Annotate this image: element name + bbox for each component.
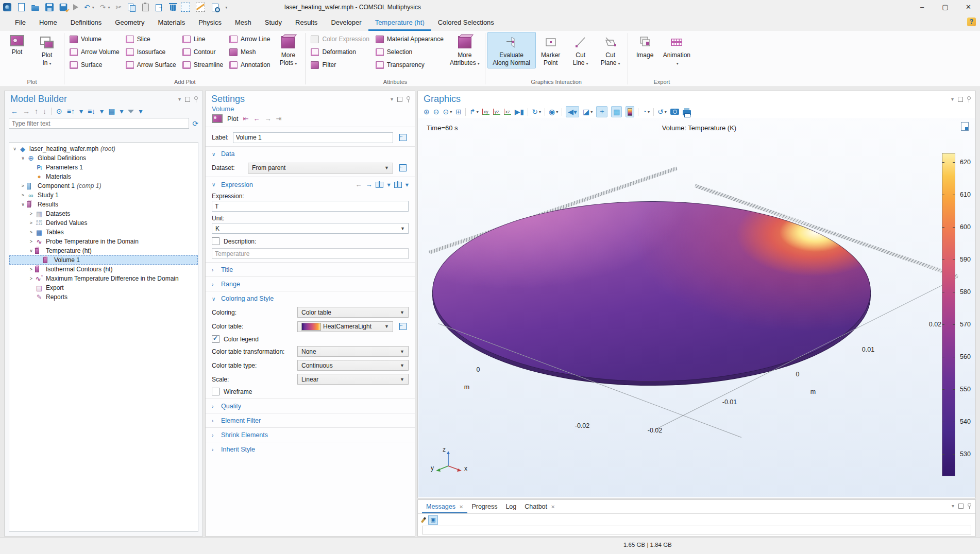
view-yz-icon[interactable]: yz xyxy=(493,109,500,115)
tree-item-results[interactable]: Results xyxy=(9,200,198,209)
transparency-toggle-icon[interactable]: ◪▾ xyxy=(583,108,593,116)
plot-in-button[interactable]: PlotIn▾ xyxy=(32,32,62,68)
surface-button[interactable]: Surface xyxy=(70,59,120,71)
save-as-icon[interactable] xyxy=(60,4,67,11)
zoom-box-icon[interactable]: ⊙▾ xyxy=(443,108,452,116)
expression-input[interactable] xyxy=(212,201,409,212)
show-message-window-icon[interactable] xyxy=(428,515,438,525)
description-checkbox[interactable] xyxy=(212,237,219,245)
label-input[interactable] xyxy=(233,132,393,143)
undo-icon[interactable]: ↶ xyxy=(84,3,90,11)
tab-messages[interactable]: Messages✕ xyxy=(422,500,467,513)
tree-item-global-definitions[interactable]: Global Definitions xyxy=(9,153,198,163)
snapshot-camera-icon[interactable] xyxy=(670,109,679,115)
tree-item-isothermal-contours[interactable]: Isothermal Contours (ht) xyxy=(9,265,198,274)
panel-menu-icon[interactable]: ▾ xyxy=(952,503,954,509)
show-icon[interactable]: ⊙ xyxy=(56,107,62,115)
filter-caret-icon[interactable]: ▾ xyxy=(139,107,142,115)
chevron-collapsed-icon[interactable] xyxy=(28,267,35,272)
minimize-button[interactable]: – xyxy=(910,0,934,14)
find-icon[interactable] xyxy=(212,4,218,11)
update-plot-icon[interactable]: ↺▾ xyxy=(657,108,667,116)
collapse-tree-icon[interactable]: ≡↓ xyxy=(88,107,95,115)
move-down-icon[interactable]: ↓ xyxy=(43,107,46,115)
forward-icon[interactable]: → xyxy=(23,107,30,115)
open-color-table-icon[interactable] xyxy=(397,321,409,332)
copy-icon[interactable] xyxy=(127,3,136,11)
cut-icon[interactable]: ✂ xyxy=(116,3,122,11)
arrow-line-button[interactable]: Arrow Line xyxy=(229,33,270,45)
maximize-button[interactable]: ▢ xyxy=(934,0,957,14)
tab-developer[interactable]: Developer xyxy=(324,14,368,31)
section-quality[interactable]: › Quality xyxy=(206,399,415,413)
mesh-button[interactable]: Mesh xyxy=(229,46,270,58)
annotation-button[interactable]: Annotation xyxy=(229,59,270,71)
clear-messages-icon[interactable] xyxy=(421,517,427,523)
tab-results[interactable]: Results xyxy=(289,14,324,31)
filter-funnel-icon[interactable] xyxy=(128,110,134,113)
tab-temperature-ht[interactable]: Temperature (ht) xyxy=(368,14,431,31)
tree-item-component[interactable]: Component 1(comp 1) xyxy=(9,181,198,191)
section-data[interactable]: ∨ Data xyxy=(206,147,415,161)
chevron-collapsed-icon[interactable] xyxy=(20,193,26,198)
next-expression-icon[interactable]: → xyxy=(365,181,372,188)
deformation-button[interactable]: Deformation xyxy=(311,46,369,58)
tab-colored-selections[interactable]: Colored Selections xyxy=(431,14,501,31)
arrow-surface-button[interactable]: Arrow Surface xyxy=(126,59,176,71)
tab-geometry[interactable]: Geometry xyxy=(108,14,151,31)
coloring-dropdown[interactable]: Color table▼ xyxy=(297,307,409,318)
tree-item-tables[interactable]: Tables xyxy=(9,228,198,237)
paste-icon[interactable] xyxy=(141,3,149,11)
float-panel-icon[interactable] xyxy=(958,504,964,509)
zoom-in-icon[interactable]: ⊕ xyxy=(424,108,430,116)
save-icon[interactable] xyxy=(45,3,54,11)
slice-button[interactable]: Slice xyxy=(126,33,176,45)
axes-toggle-icon[interactable]: ＋ xyxy=(596,106,607,117)
dataset-dropdown[interactable]: From parent▼ xyxy=(248,163,393,174)
volume-button[interactable]: Volume xyxy=(70,33,120,45)
grid-toggle-icon[interactable]: ▦ xyxy=(611,106,622,117)
run-icon[interactable] xyxy=(73,4,78,10)
selection-button[interactable]: Selection xyxy=(376,46,444,58)
section-expression[interactable]: ∨ Expression ← → ▾ ▾ xyxy=(206,177,415,192)
section-coloring-and-style[interactable]: ∨ Coloring and Style xyxy=(206,291,415,305)
tab-definitions[interactable]: Definitions xyxy=(64,14,109,31)
zoom-out-icon[interactable]: ⊖ xyxy=(433,108,440,116)
panel-menu-icon[interactable]: ▾ xyxy=(391,96,393,102)
print-icon[interactable] xyxy=(683,110,691,115)
duplicate-icon[interactable] xyxy=(155,3,163,11)
tab-mesh[interactable]: Mesh xyxy=(228,14,258,31)
section-range[interactable]: › Range xyxy=(206,277,415,291)
chevron-collapsed-icon[interactable] xyxy=(28,230,35,235)
tree-item-parameters[interactable]: Parameters 1 xyxy=(9,163,198,172)
more-attributes-button[interactable]: MoreAttributes▾ xyxy=(447,32,483,68)
tree-item-root[interactable]: laser_heating_wafer.mph(root) xyxy=(9,144,198,153)
tree-filter-input[interactable] xyxy=(9,118,189,129)
arrow-volume-button[interactable]: Arrow Volume xyxy=(70,46,120,58)
replace-expression-caret-icon[interactable]: ▾ xyxy=(387,181,390,188)
chevron-expanded-icon[interactable] xyxy=(28,248,35,253)
chevron-expanded-icon[interactable] xyxy=(11,146,18,151)
image-button[interactable]: Image xyxy=(630,32,660,61)
expand-caret-icon[interactable]: ▾ xyxy=(79,107,83,115)
default-view-icon[interactable]: ↱▾ xyxy=(469,108,479,116)
back-icon[interactable]: ← xyxy=(11,107,18,115)
tab-file[interactable]: File xyxy=(8,14,32,31)
section-title[interactable]: › Title xyxy=(206,263,415,276)
tree-item-probe-temperature[interactable]: Probe Temperature in the Domain xyxy=(9,237,198,246)
chevron-collapsed-icon[interactable] xyxy=(28,239,35,244)
tree-item-datasets[interactable]: Datasets xyxy=(9,209,198,218)
chevron-collapsed-icon[interactable] xyxy=(28,211,35,216)
clear-selection-icon[interactable] xyxy=(196,3,205,12)
section-shrink-elements[interactable]: › Shrink Elements xyxy=(206,428,415,442)
tab-home[interactable]: Home xyxy=(32,14,64,31)
evaluate-along-normal-button[interactable]: EvaluateAlong Normal xyxy=(487,32,536,68)
pin-icon[interactable] xyxy=(407,96,410,100)
isosurface-button[interactable]: Isosurface xyxy=(126,46,176,58)
tab-physics[interactable]: Physics xyxy=(192,14,228,31)
settings-plot-button[interactable]: Plot xyxy=(227,115,239,123)
pin-icon[interactable] xyxy=(968,503,971,507)
tab-study[interactable]: Study xyxy=(258,14,289,31)
cut-plane-button[interactable]: CutPlane▾ xyxy=(596,32,626,68)
cut-line-button[interactable]: CutLine▾ xyxy=(566,32,596,68)
